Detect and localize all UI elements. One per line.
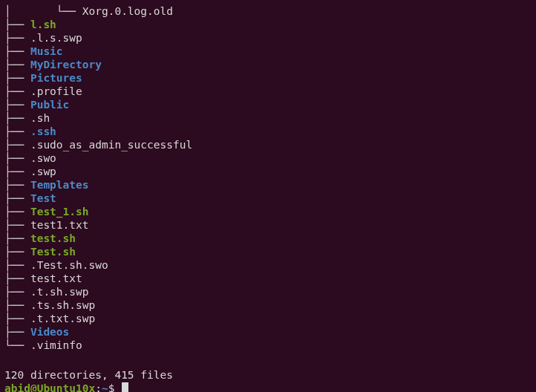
tree-entry: .swp <box>30 166 56 177</box>
tree-row: ├── Test <box>4 192 536 205</box>
prompt-colon: : <box>95 382 102 392</box>
tree-entry: .sh <box>30 112 50 124</box>
tree-branch-icon: ├── <box>4 152 30 164</box>
tree-summary-blank <box>4 352 536 365</box>
tree-branch-icon: ├── <box>4 99 30 111</box>
prompt-line[interactable]: abid@Ubuntu10x:~$ <box>4 382 536 392</box>
prompt-dollar: $ <box>108 382 121 392</box>
tree-row: ├── Videos <box>4 325 536 339</box>
tree-branch-icon: ├── <box>4 32 30 44</box>
tree-row: ├── .swp <box>4 165 536 178</box>
tree-entry: .sudo_as_admin_successful <box>30 139 192 151</box>
tree-row: ├── test1.txt <box>4 218 536 232</box>
tree-branch-icon: ├── <box>4 272 30 284</box>
tree-row: ├── .swo <box>4 151 536 165</box>
tree-entry: .l.s.swp <box>30 32 82 44</box>
tree-entry: Test.sh <box>30 246 76 258</box>
terminal-output[interactable]: │ └── Xorg.0.log.old ├── l.sh├── .l.s.sw… <box>0 0 536 392</box>
tree-branch-icon: ├── <box>4 125 30 137</box>
tree-branch-icon: ├── <box>4 166 30 177</box>
tree-row: ├── .l.s.swp <box>4 31 536 45</box>
tree-row: ├── .t.sh.swp <box>4 285 536 298</box>
tree-branch-icon: ├── <box>4 19 30 30</box>
tree-row: └── .viminfo <box>4 339 536 352</box>
tree-entry: .Test.sh.swo <box>30 259 108 271</box>
tree-row: ├── .sh <box>4 111 536 125</box>
tree-branch-icon: ├── <box>4 259 30 271</box>
tree-row: ├── .t.txt.swp <box>4 312 536 325</box>
tree-entry: Test <box>30 192 56 204</box>
tree-branch-icon: ├── <box>4 219 30 231</box>
tree-row: ├── l.sh <box>4 18 536 31</box>
tree-row: ├── MyDirectory <box>4 58 536 71</box>
tree-entry: .swo <box>30 152 56 164</box>
tree-branch-icon: ├── <box>4 45 30 57</box>
tree-branch-icon: ├── <box>4 139 30 151</box>
tree-entry: l.sh <box>30 19 56 30</box>
tree-entry: test.txt <box>30 272 82 284</box>
tree-entry: Music <box>30 45 63 57</box>
tree-entry-nested: Xorg.0.log.old <box>82 5 173 17</box>
tree-branch-icon: ├── <box>4 246 30 258</box>
tree-row: ├── .ssh <box>4 125 536 138</box>
tree-row: ├── test.txt <box>4 272 536 285</box>
tree-branch-icon: ├── <box>4 112 30 124</box>
cursor-icon <box>122 382 128 392</box>
tree-row: ├── test.sh <box>4 232 536 245</box>
tree-branch-icon: ├── <box>4 179 30 191</box>
tree-entry: test.sh <box>30 232 76 244</box>
tree-entry: .t.txt.swp <box>30 313 95 324</box>
tree-entry: Public <box>30 99 69 111</box>
tree-branch-icon: ├── <box>4 326 30 338</box>
prompt-user-host: abid@Ubuntu10x <box>4 382 95 392</box>
tree-row: ├── Test.sh <box>4 245 536 258</box>
tree-entry: .ssh <box>30 125 56 137</box>
tree-row: ├── Public <box>4 98 536 111</box>
tree-branch-icon: └── <box>4 339 30 351</box>
tree-entry: test1.txt <box>30 219 89 231</box>
tree-row: ├── Pictures <box>4 71 536 85</box>
tree-entry: .viminfo <box>30 339 82 351</box>
tree-entry: MyDirectory <box>30 59 102 71</box>
tree-entry: Videos <box>30 326 69 338</box>
tree-branch-icon: ├── <box>4 299 30 311</box>
tree-entry: .ts.sh.swp <box>30 299 95 311</box>
tree-list: ├── l.sh├── .l.s.swp├── Music├── MyDirec… <box>4 18 536 352</box>
tree-branch-icon: ├── <box>4 232 30 244</box>
tree-entry: .t.sh.swp <box>30 286 89 298</box>
tree-branch-icon: ├── <box>4 85 30 97</box>
prompt-path: ~ <box>102 382 108 392</box>
tree-entry: Test_1.sh <box>30 206 89 218</box>
tree-branch-icon: ├── <box>4 72 30 84</box>
tree-row: ├── .profile <box>4 85 536 98</box>
tree-row: ├── Music <box>4 45 536 58</box>
tree-row: ├── Test_1.sh <box>4 205 536 218</box>
tree-branch-icon: ├── <box>4 313 30 324</box>
tree-branch-icon: ├── <box>4 286 30 298</box>
tree-entry: .profile <box>30 85 82 97</box>
tree-row: ├── Templates <box>4 178 536 192</box>
tree-branch-nested: │ └── <box>4 5 82 17</box>
tree-entry: Templates <box>30 179 89 191</box>
tree-summary: 120 directories, 415 files <box>4 365 536 382</box>
tree-row: ├── .sudo_as_admin_successful <box>4 138 536 151</box>
tree-branch-icon: ├── <box>4 206 30 218</box>
tree-entry: Pictures <box>30 72 82 84</box>
tree-row-nested: │ └── Xorg.0.log.old <box>4 4 536 18</box>
tree-row: ├── .Test.sh.swo <box>4 258 536 272</box>
tree-branch-icon: ├── <box>4 192 30 204</box>
tree-branch-icon: ├── <box>4 59 30 71</box>
tree-row: ├── .ts.sh.swp <box>4 298 536 312</box>
